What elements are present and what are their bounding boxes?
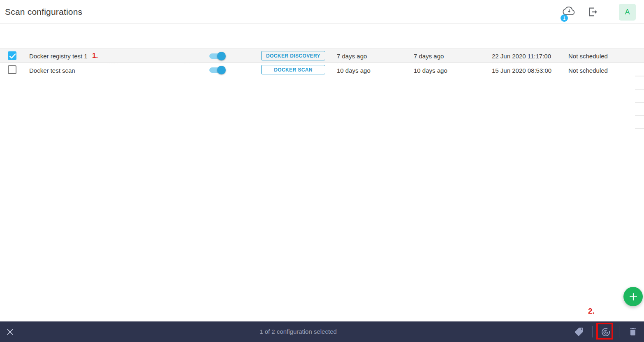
created-value: 10 days ago — [337, 67, 371, 74]
export-button[interactable] — [586, 5, 599, 18]
edit-tags-button[interactable] — [574, 327, 584, 337]
toggle-knob — [217, 66, 226, 74]
annotation-2: 2. — [588, 307, 595, 316]
annotation-1: 1. — [92, 52, 98, 60]
add-scan-config-button[interactable] — [623, 287, 643, 306]
plus-icon — [628, 292, 638, 302]
toolbar-divider — [592, 326, 593, 337]
user-avatar[interactable]: A — [619, 4, 636, 21]
table-header: Name Tags Enabled All Template All Creat… — [0, 24, 644, 49]
template-badge[interactable]: DOCKER SCAN — [261, 65, 325, 74]
config-name[interactable]: Docker registry test 1 — [29, 53, 88, 60]
scan-configurations-page: Scan configurations 1 A Name Tags Enable… — [0, 0, 644, 342]
enabled-toggle[interactable] — [209, 53, 223, 59]
selection-action-bar: 1 of 2 configuration selected — [0, 321, 644, 342]
config-name[interactable]: Docker test scan — [29, 67, 75, 74]
next-occurrence-value: Not scheduled — [568, 67, 608, 74]
row-divider — [635, 102, 644, 103]
row-divider — [635, 89, 644, 90]
next-occurrence-value: Not scheduled — [568, 53, 608, 60]
row-divider — [635, 76, 644, 76]
cloud-badge-count: 1 — [561, 14, 568, 22]
table-row[interactable]: Docker test scan DOCKER SCAN 10 days ago… — [0, 63, 644, 77]
updated-value: 7 days ago — [414, 53, 444, 60]
toolbar-divider — [619, 326, 619, 337]
row-divider — [635, 128, 644, 129]
selection-status-text: 1 of 2 configuration selected — [0, 321, 596, 342]
updated-value: 10 days ago — [414, 67, 447, 74]
last-scan-value: 15 Jun 2020 08:53:00 — [492, 67, 551, 74]
last-scan-value: 22 Jun 2020 11:17:00 — [492, 53, 551, 60]
export-icon — [586, 5, 599, 18]
cloud-download-button[interactable]: 1 — [560, 4, 578, 23]
delete-button[interactable] — [628, 327, 638, 337]
trash-icon — [628, 327, 638, 337]
template-badge[interactable]: DOCKER DISCOVERY — [261, 51, 325, 60]
page-title: Scan configurations — [5, 7, 82, 17]
toggle-knob — [217, 52, 226, 60]
annotation-highlight-box — [596, 323, 613, 340]
tag-icon — [574, 327, 584, 337]
checkmark-icon — [9, 53, 16, 59]
row-checkbox-unchecked[interactable] — [8, 65, 16, 74]
enabled-toggle[interactable] — [209, 67, 223, 73]
row-divider — [635, 115, 644, 116]
app-header: Scan configurations 1 A — [0, 0, 644, 24]
table-row[interactable]: Docker registry test 1 1. DOCKER DISCOVE… — [0, 49, 644, 63]
created-value: 7 days ago — [337, 53, 367, 60]
row-checkbox-checked[interactable] — [8, 51, 16, 60]
